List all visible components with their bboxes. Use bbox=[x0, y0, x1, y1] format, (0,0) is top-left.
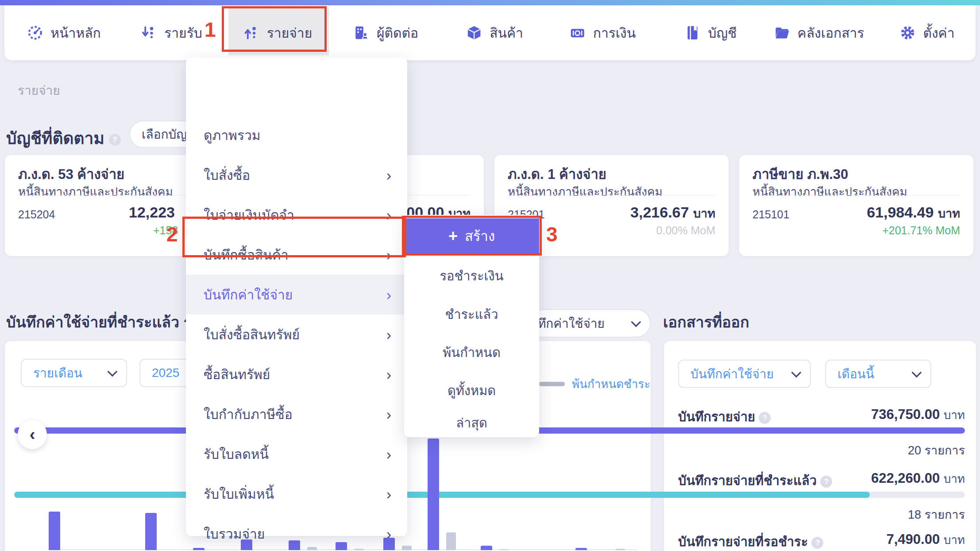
progress-fill bbox=[14, 492, 870, 498]
help-icon[interactable]: ? bbox=[759, 412, 771, 424]
chart-prev-button[interactable]: ‹ bbox=[18, 420, 47, 449]
help-icon[interactable]: ? bbox=[811, 537, 823, 549]
stat-amount-value: 736,750.00 bbox=[871, 407, 940, 422]
menu-label: ซื้อสินทรัพย์ bbox=[204, 364, 270, 385]
issued-doc-type-label: บันทึกค่าใช้จ่าย bbox=[691, 364, 774, 384]
nav-label: รายรับ bbox=[164, 23, 202, 43]
account-card-title: ภ.ง.ด. 1 ค้างจ่าย bbox=[508, 163, 606, 185]
stat-amount-unit: บาท bbox=[944, 533, 965, 547]
nav-item-products[interactable]: สินค้า bbox=[466, 5, 523, 60]
account-card-title: ภาษีขาย ภ.พ.30 bbox=[752, 163, 848, 185]
account-code: 215204 bbox=[18, 208, 55, 221]
issued-docs-title: เอกสารที่ออก bbox=[663, 310, 749, 334]
product-cube-icon bbox=[466, 24, 482, 41]
account-card-subtitle: หนี้สินทางภาษีและประกันสังคม bbox=[18, 182, 173, 201]
annotation-step2: 2 bbox=[166, 222, 178, 246]
income-sort-icon bbox=[140, 24, 157, 41]
account-amount: 3,216.67 บาท bbox=[630, 204, 715, 223]
nav-label: การเงิน bbox=[593, 23, 636, 43]
submenu-item-overdue[interactable]: พ้นกำหนด bbox=[404, 342, 539, 363]
nav-item-home[interactable]: หน้าหลัก bbox=[27, 5, 100, 60]
period-selector[interactable]: รายเดือน bbox=[21, 359, 127, 387]
annotation-box-step2 bbox=[182, 217, 406, 257]
top-gradient-bar bbox=[0, 0, 980, 5]
expense-dropdown-menu: ดูภาพรวม ใบสั่งซื้อ› ใบจ่ายเงินมัดจำ› บั… bbox=[186, 58, 407, 536]
chevron-right-icon: › bbox=[386, 526, 391, 541]
submenu-item-awaiting-payment[interactable]: รอชำระเงิน bbox=[404, 266, 539, 286]
chevron-right-icon: › bbox=[386, 167, 391, 182]
chevron-left-icon: ‹ bbox=[30, 425, 35, 444]
breadcrumb: รายจ่าย bbox=[18, 81, 60, 100]
menu-label: ใบรวมจ่าย bbox=[204, 524, 265, 544]
stat-label-text: บันทึกรายจ่ายที่ชำระแล้ว bbox=[678, 473, 817, 488]
stat-expense-total-label: บันทึกรายจ่าย ? bbox=[678, 407, 771, 427]
menu-label: บันทึกค่าใช้จ่าย bbox=[204, 284, 293, 305]
amount-value: 3,216.67 bbox=[630, 204, 689, 221]
help-icon[interactable]: ? bbox=[109, 134, 121, 146]
issued-period-label: เดือนนี้ bbox=[837, 364, 874, 384]
menu-item-asset-purchase-order[interactable]: ใบสั่งซื้อสินทรัพย์› bbox=[186, 314, 407, 354]
menu-item-debit-note-received[interactable]: รับใบเพิ่มหนี้› bbox=[186, 474, 407, 514]
menu-item-combined-payment[interactable]: ใบรวมจ่าย› bbox=[186, 514, 407, 551]
stat-expense-pending-amount: 7,490.00 บาท bbox=[886, 531, 965, 549]
menu-item-purchase-tax-invoice[interactable]: ใบกำกับภาษีซื้อ› bbox=[186, 394, 407, 434]
account-amount: 12,223 bbox=[129, 204, 175, 221]
nav-item-documents[interactable]: คลังเอกสาร bbox=[774, 5, 864, 60]
money-icon bbox=[569, 24, 586, 41]
chevron-right-icon: › bbox=[386, 446, 391, 462]
main-nav: หน้าหลัก รายรับ รายจ่าย ผู้ติดต่อ สินค้า… bbox=[4, 5, 976, 60]
stat-label-text: บันทึกรายจ่ายที่รอชำระ bbox=[678, 535, 808, 549]
stat-amount-unit: บาท bbox=[944, 408, 965, 422]
submenu-item-latest[interactable]: ล่าสุด bbox=[404, 413, 539, 433]
divider bbox=[752, 195, 960, 195]
chevron-right-icon: › bbox=[386, 287, 391, 302]
account-amount: 61,984.49 บาท bbox=[867, 204, 960, 223]
menu-label: ใบกำกับภาษีซื้อ bbox=[204, 404, 293, 425]
annotation-box-step3 bbox=[402, 216, 542, 256]
issued-period-selector[interactable]: เดือนนี้ bbox=[825, 360, 931, 388]
account-code: 215101 bbox=[752, 208, 789, 221]
folder-icon bbox=[774, 24, 791, 41]
nav-item-income[interactable]: รายรับ bbox=[140, 5, 202, 60]
chevron-down-icon bbox=[631, 317, 641, 327]
menu-item-credit-note-received[interactable]: รับใบลดหนี้› bbox=[186, 434, 407, 474]
chevron-right-icon: › bbox=[386, 407, 391, 422]
menu-item-asset-purchase[interactable]: ซื้อสินทรัพย์› bbox=[186, 354, 407, 394]
chevron-down-icon bbox=[108, 367, 118, 377]
nav-label: หน้าหลัก bbox=[50, 23, 100, 43]
stat-expense-paid-count: 18 รายการ bbox=[908, 505, 965, 524]
account-card-vat-pp30[interactable]: ภาษีขาย ภ.พ.30 หนี้สินทางภาษีและประกันสั… bbox=[739, 155, 973, 256]
chevron-right-icon: › bbox=[386, 367, 391, 382]
issued-doc-type-selector[interactable]: บันทึกค่าใช้จ่าย bbox=[678, 360, 811, 388]
account-card-subtitle: หนี้สินทางภาษีและประกันสังคม bbox=[752, 182, 907, 201]
stat-expense-paid-amount: 622,260.00 บาท bbox=[871, 470, 965, 488]
menu-item-purchase-order[interactable]: ใบสั่งซื้อ› bbox=[186, 155, 407, 195]
nav-label: สินค้า bbox=[490, 23, 523, 43]
help-icon[interactable]: ? bbox=[820, 476, 832, 488]
legend-overdue-swatch bbox=[539, 382, 565, 386]
nav-item-contacts[interactable]: ผู้ติดต่อ bbox=[353, 5, 418, 60]
chevron-down-icon bbox=[791, 368, 802, 378]
nav-item-finance[interactable]: การเงิน bbox=[569, 5, 636, 60]
menu-item-expense-record[interactable]: บันทึกค่าใช้จ่าย› bbox=[186, 275, 407, 314]
divider bbox=[508, 195, 715, 195]
annotation-box-step1 bbox=[222, 6, 327, 52]
expense-dashboard: หน้าหลัก รายรับ รายจ่าย ผู้ติดต่อ สินค้า… bbox=[0, 0, 980, 551]
menu-item-overview[interactable]: ดูภาพรวม bbox=[186, 115, 407, 155]
tracked-accounts-title: บัญชีที่ติดตาม ? bbox=[6, 125, 121, 151]
amount-unit: บาท bbox=[693, 207, 715, 220]
stat-label-text: บันทึกรายจ่าย bbox=[678, 410, 755, 424]
tracked-accounts-title-text: บัญชีที่ติดตาม bbox=[6, 129, 104, 147]
submenu-item-paid[interactable]: ชำระแล้ว bbox=[404, 304, 539, 325]
stat-expense-paid-progress bbox=[14, 492, 965, 498]
account-mom: 0.00% MoM bbox=[656, 224, 715, 237]
stat-expense-paid-label: บันทึกรายจ่ายที่ชำระแล้ว ? bbox=[678, 470, 832, 491]
submenu-item-view-all[interactable]: ดูทั้งหมด bbox=[404, 380, 539, 401]
nav-item-settings[interactable]: ตั้งค่า bbox=[899, 5, 954, 60]
legend-overdue-label[interactable]: พ้นกำหนดชำระ bbox=[572, 375, 650, 393]
chevron-right-icon: › bbox=[386, 327, 391, 342]
menu-label: ดูภาพรวม bbox=[204, 125, 261, 146]
menu-label: ใบสั่งซื้อสินทรัพย์ bbox=[204, 324, 300, 345]
stat-amount-value: 622,260.00 bbox=[871, 470, 940, 486]
nav-item-accounting[interactable]: บัญชี bbox=[684, 5, 737, 60]
